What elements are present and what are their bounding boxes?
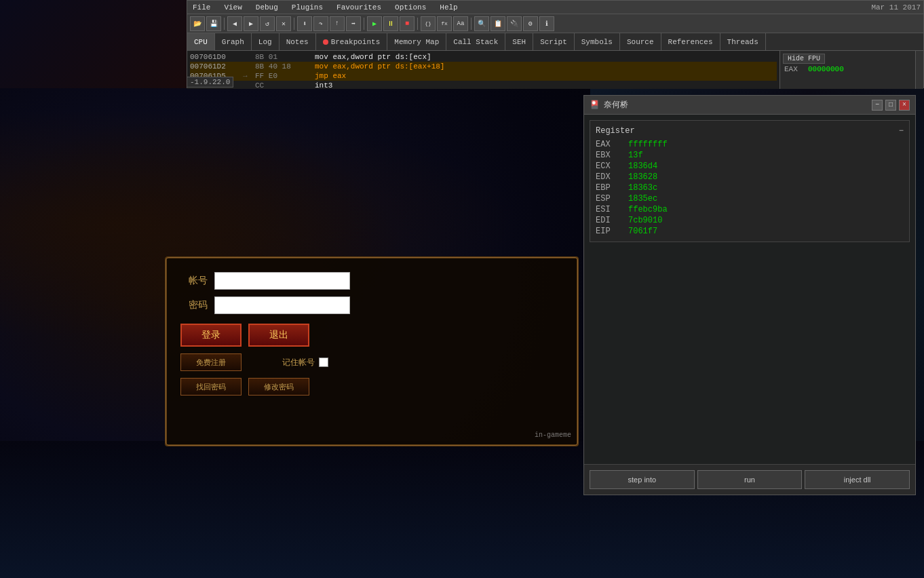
tab-references[interactable]: References — [661, 33, 720, 51]
tb-restart[interactable]: ↺ — [260, 16, 275, 31]
tertiary-row: 找回密码 修改密码 — [180, 378, 563, 396]
password-row: 密码 — [180, 296, 563, 314]
password-input[interactable] — [214, 296, 350, 314]
disasm-row-3[interactable]: 007061D7 CC int3 — [190, 81, 777, 89]
dialog-minimize[interactable]: − — [872, 100, 883, 111]
tb-sep2 — [294, 18, 294, 30]
disasm-bytes-2: FF E0 — [255, 72, 309, 80]
disasm-content: 007061D0 8B 01 mov eax,dword ptr ds:[ecx… — [187, 51, 779, 89]
tb-plug[interactable]: 🔌 — [507, 16, 522, 31]
menu-plugins[interactable]: Plugins — [289, 2, 326, 13]
reg-ecx-value: 1836d4 — [628, 161, 904, 171]
tab-log[interactable]: Log — [252, 33, 280, 51]
disasm-arrow-2: → — [243, 72, 250, 80]
exit-btn[interactable]: 退出 — [248, 324, 309, 347]
tab-graph[interactable]: Graph — [215, 33, 252, 51]
account-row: 帐号 — [180, 272, 563, 290]
tab-script-label: Script — [540, 38, 567, 46]
menu-help[interactable]: Help — [437, 2, 460, 13]
register-btn[interactable]: 免费注册 — [180, 353, 242, 371]
tb-stepinto[interactable]: ⬇ — [297, 16, 312, 31]
tab-cpu[interactable]: CPU — [187, 33, 215, 51]
tb-sep4 — [417, 18, 418, 30]
tb-patch[interactable]: fx — [437, 16, 452, 31]
tab-threads[interactable]: Threads — [720, 33, 766, 51]
tab-seh[interactable]: SEH — [505, 33, 533, 51]
tb-font[interactable]: Aa — [453, 16, 468, 31]
tab-cpu-label: CPU — [194, 38, 208, 46]
tab-bar: CPU Graph Log Notes Breakpoints Memory M… — [187, 33, 923, 51]
tb-sep1 — [224, 18, 225, 30]
menu-date: Mar 11 2017 — [871, 3, 921, 12]
reg-ebx-value: 13f — [628, 151, 904, 160]
tb-sep5 — [471, 18, 471, 30]
menu-file[interactable]: File — [190, 2, 213, 13]
eax-label: EAX — [784, 65, 808, 73]
step-into-btn[interactable]: step into — [590, 470, 695, 489]
tab-script[interactable]: Script — [533, 33, 575, 51]
tb-mem[interactable]: 🔍 — [474, 16, 489, 31]
reg-ebp-label: EBP — [596, 183, 623, 193]
tb-opts[interactable]: ⚙ — [523, 16, 538, 31]
tb-open[interactable]: 📂 — [190, 16, 205, 31]
reg-section-minus[interactable]: − — [899, 126, 904, 136]
dialog-icon: 🎴 — [590, 100, 600, 110]
tb-stepover[interactable]: ↷ — [313, 16, 328, 31]
tab-breakpoints[interactable]: Breakpoints — [316, 33, 388, 51]
inject-dll-btn[interactable]: inject dll — [805, 470, 910, 489]
find-pwd-btn[interactable]: 找回密码 — [180, 378, 242, 396]
game-login-dialog: 帐号 密码 登录 退出 免费注册 记住帐号 找回密码 修改密码 in-gamem… — [165, 256, 579, 446]
tb-back[interactable]: ◀ — [227, 16, 242, 31]
tab-source[interactable]: Source — [620, 33, 661, 51]
tb-run[interactable]: ▶ — [367, 16, 382, 31]
login-btn[interactable]: 登录 — [180, 324, 242, 347]
tb-help[interactable]: ℹ — [539, 16, 554, 31]
tab-callstack-label: Call Stack — [453, 38, 498, 46]
tab-notes[interactable]: Notes — [280, 33, 316, 51]
dialog-close[interactable]: × — [899, 100, 910, 111]
tab-log-label: Log — [258, 38, 272, 46]
tab-call-stack[interactable]: Call Stack — [446, 33, 505, 51]
tab-memory-map[interactable]: Memory Map — [387, 33, 446, 51]
reg-eax-value: ffffffff — [628, 140, 904, 149]
account-input[interactable] — [214, 272, 350, 290]
tb-close[interactable]: ✕ — [276, 16, 291, 31]
dialog-title-text: 奈何桥 — [604, 99, 628, 111]
menu-view[interactable]: View — [221, 2, 244, 13]
tb-stepout[interactable]: ↑ — [330, 16, 345, 31]
tb-stop[interactable]: ■ — [400, 16, 415, 31]
remember-label: 记住帐号 — [282, 357, 315, 368]
dialog-content: Register − EAX ffffffff EBX 13f ECX 1836… — [584, 115, 915, 464]
dialog-title-area: 🎴 奈何桥 — [590, 99, 628, 111]
tab-symbols[interactable]: Symbols — [575, 33, 620, 51]
tb-sep3 — [364, 18, 364, 30]
dialog-maximize[interactable]: □ — [885, 100, 896, 111]
tab-notes-label: Notes — [286, 38, 309, 46]
menu-favourites[interactable]: Favourites — [334, 2, 384, 13]
tab-graph-label: Graph — [222, 38, 244, 46]
breakpoints-dot — [323, 39, 328, 45]
disasm-row-1[interactable]: 007061D2 8B 40 18 mov eax,dword ptr ds:[… — [190, 62, 777, 71]
change-pwd-btn[interactable]: 修改密码 — [248, 378, 309, 396]
tb-runto[interactable]: ➡ — [346, 16, 361, 31]
hide-fpu-btn[interactable]: Hide FPU — [783, 54, 912, 63]
tab-threads-label: Threads — [727, 38, 758, 46]
menu-options[interactable]: Options — [392, 2, 429, 13]
reg-eax-label: EAX — [596, 140, 623, 149]
tb-asm[interactable]: {} — [421, 16, 436, 31]
disasm-row-0[interactable]: 007061D0 8B 01 mov eax,dword ptr ds:[ecx… — [190, 52, 777, 62]
tb-forward[interactable]: ▶ — [244, 16, 258, 31]
remember-checkbox[interactable] — [319, 358, 328, 367]
reg-esi-value: ffebc9ba — [628, 205, 904, 214]
tb-save[interactable]: 💾 — [206, 16, 221, 31]
run-btn[interactable]: run — [697, 470, 803, 489]
tb-ref[interactable]: 📋 — [490, 16, 505, 31]
disasm-scrollbar[interactable] — [915, 51, 923, 89]
menu-debug[interactable]: Debug — [253, 2, 281, 13]
disasm-row-2[interactable]: 007061D5 → FF E0 jmp eax — [190, 71, 777, 81]
reg-eip-label: EIP — [596, 227, 623, 236]
tab-memory-label: Memory Map — [394, 38, 439, 46]
tab-seh-label: SEH — [512, 38, 526, 46]
tb-pause[interactable]: ⏸ — [383, 16, 398, 31]
dialog-titlebar: 🎴 奈何桥 − □ × — [584, 96, 915, 115]
